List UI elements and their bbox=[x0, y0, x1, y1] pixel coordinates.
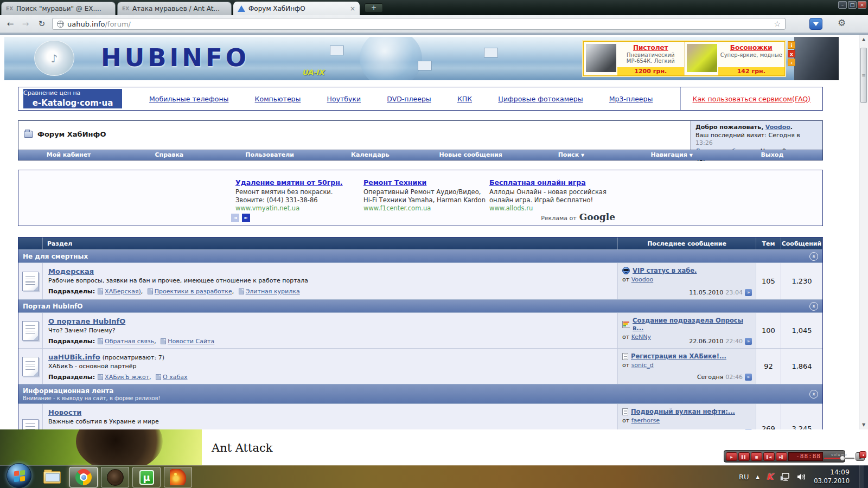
volume-knob[interactable] bbox=[840, 455, 845, 461]
ad-prev-button[interactable]: ◄ bbox=[231, 214, 239, 222]
widget-info-button[interactable]: i bbox=[788, 41, 795, 49]
forward-button[interactable]: → bbox=[18, 17, 33, 30]
back-button[interactable]: ← bbox=[3, 17, 17, 30]
ad-title-link[interactable]: Бесплатная онлайн игра bbox=[489, 178, 617, 187]
stop-button[interactable]: ■ bbox=[751, 452, 762, 461]
minimize-button[interactable]: – bbox=[838, 1, 847, 9]
faq-link[interactable]: Как пользоваться сервисом(FAQ) bbox=[693, 95, 810, 103]
last-post-link[interactable]: VIP статус в хабе. bbox=[633, 267, 697, 274]
kaspersky-icon[interactable]: K bbox=[767, 472, 773, 482]
tab-ant-attack[interactable]: EX Атака муравьев / Ant At... bbox=[117, 2, 232, 15]
forum-link[interactable]: uaHUBik.info bbox=[48, 353, 100, 361]
scroll-up-icon[interactable]: ▲ bbox=[859, 35, 868, 44]
play-button[interactable]: ▶ bbox=[726, 452, 737, 461]
text-ad[interactable]: Бесплатная онлайн игра Аллоды Онлайн - н… bbox=[489, 178, 617, 213]
nav-new-messages[interactable]: Новые сообщения bbox=[420, 150, 521, 160]
taskbar-xnview[interactable] bbox=[164, 467, 192, 487]
volume-slider[interactable] bbox=[824, 458, 854, 459]
catalog-link-pda[interactable]: КПК bbox=[457, 95, 472, 103]
nav-my-cabinet[interactable]: Мой кабинет bbox=[18, 150, 119, 160]
tab-search-ants[interactable]: EX Поиск "муравьи" @ EX.... bbox=[1, 2, 116, 15]
nav-logout[interactable]: Выход bbox=[722, 150, 822, 160]
forum-link[interactable]: Новости bbox=[48, 408, 81, 416]
username-link[interactable]: Voodoo bbox=[765, 124, 790, 131]
volume-icon[interactable] bbox=[797, 473, 807, 481]
promo-ad-title[interactable]: Босоножки bbox=[718, 44, 785, 52]
tab-forum-hubinfo[interactable]: Форум ХабИнфО × bbox=[233, 2, 360, 15]
goto-last-post-icon[interactable]: » bbox=[745, 374, 752, 381]
subforum-link[interactable]: О хабах bbox=[163, 374, 187, 381]
wrench-menu-icon[interactable]: ⚙ bbox=[838, 17, 846, 28]
maximize-button[interactable]: □ bbox=[848, 1, 857, 9]
close-button[interactable]: × bbox=[858, 1, 866, 9]
subforum-link[interactable]: Элитная курилка bbox=[246, 288, 300, 295]
scrollbar-thumb[interactable]: ≡ bbox=[860, 48, 867, 103]
prev-track-button[interactable]: ▌◀ bbox=[763, 452, 775, 461]
tab-close-icon[interactable]: × bbox=[350, 5, 355, 12]
promo-ad-pistol[interactable]: Пистолет Пневматический МР-654К. Легкий … bbox=[584, 42, 685, 75]
goto-last-post-icon[interactable]: » bbox=[745, 338, 752, 345]
text-ad[interactable]: Удаление вмятин от 50грн. Ремонт вмятин … bbox=[235, 178, 363, 213]
scroll-down-icon[interactable]: ▼ bbox=[859, 420, 868, 429]
nav-users[interactable]: Пользователи bbox=[220, 150, 320, 160]
widget-close-button[interactable]: x bbox=[788, 50, 795, 57]
ekatalog-promo-box[interactable]: Сравнение цен на e-Katalog·com·ua bbox=[23, 89, 122, 108]
collapse-icon[interactable]: « bbox=[809, 390, 818, 399]
catalog-link-mp3[interactable]: Мр3-плееры bbox=[609, 95, 653, 103]
pause-button[interactable]: ▌▌ bbox=[738, 452, 750, 461]
tray-expand-icon[interactable]: ▲ bbox=[756, 474, 760, 479]
nav-search[interactable]: Поиск ▼ bbox=[521, 150, 621, 160]
last-post-link[interactable]: Создание подраздела Опросы в... bbox=[633, 317, 751, 332]
taskbar-utorrent[interactable]: µ bbox=[132, 467, 161, 487]
author-link[interactable]: Voodoo bbox=[631, 276, 654, 283]
catalog-link-phones[interactable]: Мобильные телефоны bbox=[149, 95, 228, 103]
forum-link[interactable]: О портале HubInfO bbox=[48, 317, 125, 325]
catalog-link-cameras[interactable]: Цифровые фотокамеры bbox=[498, 95, 583, 103]
collapse-icon[interactable]: « bbox=[809, 252, 818, 261]
taskbar-image-viewer[interactable] bbox=[101, 467, 129, 487]
nav-navigation[interactable]: Навигация ▼ bbox=[622, 150, 722, 160]
bookmark-star-icon[interactable]: ☆ bbox=[774, 20, 781, 28]
subforum-link[interactable]: ХАБерская) bbox=[105, 288, 141, 295]
catalog-link-computers[interactable]: Компьютеры bbox=[255, 95, 301, 103]
subforum-link[interactable]: Обратная связь bbox=[105, 338, 154, 345]
next-track-button[interactable]: ▶▌ bbox=[776, 452, 787, 461]
nav-help[interactable]: Справка bbox=[119, 150, 219, 160]
vertical-scrollbar[interactable]: ▲ ≡ ▼ bbox=[859, 35, 868, 429]
catalog-link-dvd[interactable]: DVD-плееры bbox=[387, 95, 431, 103]
promo-ad-shoes[interactable]: Босоножки Супер-яркие, модные 142 грн. bbox=[685, 42, 785, 75]
collapse-icon[interactable]: « bbox=[809, 302, 818, 311]
show-desktop-button[interactable] bbox=[859, 465, 864, 488]
goto-last-post-icon[interactable]: » bbox=[745, 289, 752, 296]
subforum-link[interactable]: Проектики в разработке bbox=[155, 288, 232, 295]
last-post-link[interactable]: Подводный вулкан нефти:... bbox=[631, 408, 735, 415]
taskbar-chrome[interactable] bbox=[69, 467, 98, 487]
ad-next-button[interactable]: ► bbox=[242, 214, 250, 222]
author-link[interactable]: sonic_d bbox=[631, 362, 654, 369]
player-close-button[interactable] bbox=[859, 451, 866, 458]
google-logo[interactable]: Google bbox=[579, 211, 615, 222]
network-icon[interactable] bbox=[780, 473, 790, 481]
ad-title-link[interactable]: Удаление вмятин от 50грн. bbox=[235, 178, 363, 187]
category-info-feed[interactable]: Информационная лента Внимание - к выводу… bbox=[18, 384, 822, 403]
subforum-link[interactable]: ХАБикЪ жжот bbox=[105, 374, 149, 381]
text-ad[interactable]: Ремонт Техники Оперативный Ремонт Аудио/… bbox=[363, 178, 491, 213]
taskbar-clock[interactable]: 14:09 03.07.2010 bbox=[814, 468, 850, 485]
ad-title-link[interactable]: Ремонт Техники bbox=[363, 178, 491, 187]
taskbar-explorer[interactable] bbox=[38, 467, 66, 487]
category-not-for-mortals[interactable]: Не для смертных « bbox=[18, 249, 822, 262]
promo-ad-title[interactable]: Пистолет bbox=[617, 44, 684, 52]
language-indicator[interactable]: RU bbox=[739, 473, 749, 481]
category-portal-hubinfo[interactable]: Портал HubInfO « bbox=[18, 299, 822, 312]
new-tab-button[interactable]: + bbox=[365, 3, 383, 12]
subforum-link[interactable]: Новости Сайта bbox=[168, 338, 214, 345]
forum-link[interactable]: Модерская bbox=[48, 267, 94, 275]
nav-calendar[interactable]: Календарь bbox=[320, 150, 420, 160]
last-post-link[interactable]: Регистрация на ХАБике!... bbox=[631, 352, 726, 360]
reload-button[interactable]: ↻ bbox=[35, 17, 49, 30]
author-link[interactable]: KeNNy bbox=[631, 333, 651, 341]
start-button[interactable] bbox=[7, 463, 31, 488]
author-link[interactable]: faerhorse bbox=[631, 417, 660, 424]
download-extension-button[interactable] bbox=[809, 18, 822, 30]
widget-arrow-button[interactable]: ‹ bbox=[788, 59, 795, 66]
